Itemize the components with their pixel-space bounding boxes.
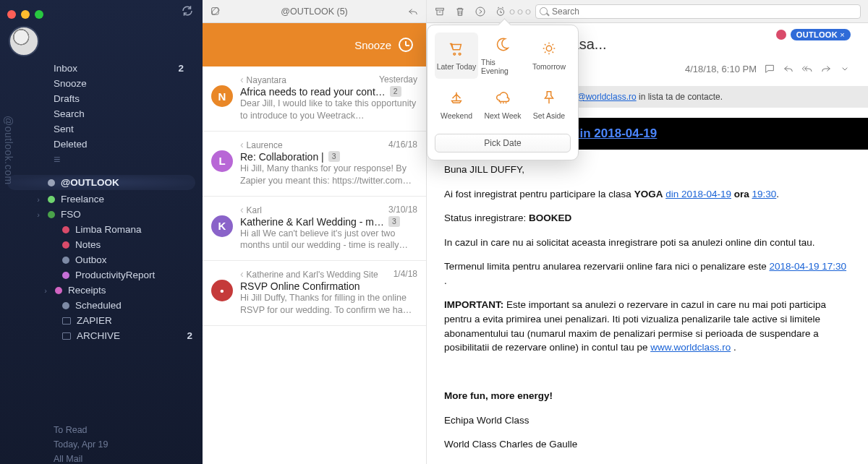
subfolder-archive[interactable]: ARCHIVE2 bbox=[0, 328, 203, 343]
outlook-tag[interactable]: OUTLOOK bbox=[791, 29, 851, 40]
message-date: 1/4/18 bbox=[393, 269, 417, 279]
account-fso[interactable]: ›FSO bbox=[0, 207, 203, 222]
minimize-window-button[interactable] bbox=[21, 10, 30, 19]
message-subject: Katherine & Karl Wedding - m… bbox=[240, 216, 384, 228]
reply-all-icon[interactable] bbox=[801, 63, 813, 74]
pick-date-button[interactable]: Pick Date bbox=[435, 134, 571, 152]
subfolder-limba romana[interactable]: Limba Romana bbox=[0, 222, 203, 237]
folder-search[interactable]: Search bbox=[0, 106, 192, 121]
folder-icon bbox=[62, 332, 71, 340]
message-date: 4/16/18 bbox=[388, 139, 417, 150]
signature-2: Echipa World Class bbox=[444, 413, 851, 428]
sender-name: Nayantara bbox=[240, 74, 379, 85]
archive-icon[interactable] bbox=[434, 6, 446, 17]
subfolder-zapier[interactable]: ZAPIER bbox=[0, 313, 203, 328]
reply-one-icon[interactable] bbox=[783, 63, 794, 74]
zoom-window-button[interactable] bbox=[35, 10, 43, 19]
search-field[interactable] bbox=[535, 4, 861, 19]
footer-to-read[interactable]: To Read bbox=[54, 423, 203, 437]
message-subject: Re: Collaboration | bbox=[240, 151, 324, 163]
account-email-label: @outlook.com bbox=[3, 116, 14, 185]
forward-mail-icon[interactable] bbox=[820, 63, 832, 74]
folder-snooze[interactable]: Snooze bbox=[0, 76, 192, 91]
snooze-option-tomorrow[interactable]: Tomorrow bbox=[527, 33, 571, 79]
account-outlook[interactable]: @OUTLOOK bbox=[7, 175, 195, 190]
more-folders-icon[interactable]: ≡ bbox=[0, 153, 203, 166]
svg-rect-1 bbox=[436, 8, 444, 10]
reader-pane: ○○○ Later TodayThis EveningTomorrowWeeke… bbox=[427, 0, 868, 464]
account-freelance[interactable]: ›Freelance bbox=[0, 192, 203, 207]
sync-icon[interactable] bbox=[181, 4, 194, 20]
banner-date-link[interactable]: din 2018-04-19 bbox=[572, 126, 657, 140]
sun-icon bbox=[540, 40, 558, 58]
message-item[interactable]: N NayantaraYesterday Africa needs to rea… bbox=[203, 66, 426, 132]
snooze-icon[interactable] bbox=[495, 6, 506, 17]
snooze-option-this-evening[interactable]: This Evening bbox=[481, 33, 524, 79]
sidebar-footer: To Read Today, Apr 19 All Mail bbox=[0, 423, 203, 464]
message-list-toolbar: @OUTLOOK (5) bbox=[203, 0, 426, 23]
sender-avatar: L bbox=[211, 150, 233, 172]
important-line: IMPORTANT: Este important sa anulezi o r… bbox=[444, 298, 851, 354]
chevron-down-icon[interactable] bbox=[839, 63, 851, 74]
signature-3: World Class Charles de Gaulle bbox=[444, 437, 851, 452]
svg-point-2 bbox=[476, 7, 485, 16]
list-title: @OUTLOOK (5) bbox=[229, 7, 400, 17]
avatar[interactable] bbox=[9, 26, 39, 56]
cart-icon bbox=[447, 40, 466, 58]
snooze-option-next-week[interactable]: Next Week bbox=[481, 82, 524, 128]
sidebar: @outlook.com Inbox2SnoozeDraftsSearchSen… bbox=[0, 0, 203, 464]
folder-deleted[interactable]: Deleted bbox=[0, 137, 192, 152]
sender-name: Katherine and Karl's Wedding Site bbox=[240, 268, 393, 280]
close-window-button[interactable] bbox=[7, 10, 16, 19]
moon-icon bbox=[493, 36, 512, 53]
footer-today[interactable]: Today, Apr 19 bbox=[54, 437, 203, 452]
snooze-option-weekend[interactable]: Weekend bbox=[435, 82, 478, 128]
forward-icon[interactable] bbox=[475, 6, 486, 17]
snooze-banner: Snooze bbox=[203, 23, 426, 66]
thread-count-badge: 3 bbox=[388, 216, 400, 227]
message-preview: Dear Jill, I would like to take this opp… bbox=[240, 98, 417, 122]
sender-avatar: • bbox=[211, 280, 233, 301]
folder-drafts[interactable]: Drafts bbox=[0, 91, 192, 106]
sender-name: Karl bbox=[240, 204, 388, 215]
greeting-line: Buna JILL DUFFY, bbox=[444, 163, 851, 177]
message-preview: Hi all We can't believe it's just over t… bbox=[240, 228, 417, 252]
subfolder-receipts[interactable]: ›Receipts bbox=[0, 283, 203, 298]
snooze-option-later-today[interactable]: Later Today bbox=[435, 33, 478, 79]
chat-icon[interactable] bbox=[764, 63, 775, 74]
folder-inbox[interactable]: Inbox2 bbox=[0, 61, 192, 76]
message-preview: Hi Jill Duffy, Thanks for filling in the… bbox=[240, 292, 417, 317]
folder-icon bbox=[62, 317, 71, 325]
search-input[interactable] bbox=[535, 4, 861, 19]
message-item[interactable]: K Karl3/10/18 Katherine & Karl Wedding -… bbox=[203, 197, 426, 262]
subfolder-productivityreport[interactable]: ProductivityReport bbox=[0, 267, 203, 283]
more-icon[interactable]: ○○○ bbox=[515, 6, 527, 17]
message-list: @OUTLOOK (5) Snooze N NayantaraYesterday… bbox=[203, 0, 427, 464]
reader-toolbar: ○○○ Later TodayThis EveningTomorrowWeeke… bbox=[427, 0, 868, 23]
subfolder-scheduled[interactable]: Scheduled bbox=[0, 298, 203, 313]
compose-icon[interactable] bbox=[210, 6, 221, 17]
worldclass-link[interactable]: www.worldclass.ro bbox=[650, 342, 731, 353]
tag-dot[interactable] bbox=[776, 30, 786, 40]
snooze-option-set-aside[interactable]: Set Aside bbox=[527, 82, 571, 128]
trash-icon[interactable] bbox=[454, 6, 466, 17]
deadline-link[interactable]: 2018-04-19 17:30 bbox=[769, 261, 846, 272]
reply-icon[interactable] bbox=[407, 6, 419, 17]
cloud-icon bbox=[493, 90, 512, 107]
class-date-link[interactable]: din 2018-04-19 bbox=[665, 189, 731, 199]
thread-count-badge: 3 bbox=[328, 151, 340, 162]
message-item[interactable]: • Katherine and Karl's Wedding Site1/4/1… bbox=[203, 261, 426, 326]
cancel-line: In cazul in care nu ai solicitat aceasta… bbox=[444, 236, 851, 250]
svg-point-4 bbox=[546, 46, 551, 51]
status-line: Status inregistrare: BOOKED bbox=[444, 211, 851, 225]
message-item[interactable]: L Laurence4/16/18 Re: Collaboration |3 H… bbox=[203, 132, 426, 197]
clock-icon bbox=[399, 38, 413, 52]
class-time-link[interactable]: 19:30 bbox=[752, 189, 777, 199]
snooze-popover: Later TodayThis EveningTomorrowWeekendNe… bbox=[427, 25, 579, 160]
subfolder-outbox[interactable]: Outbox bbox=[0, 252, 203, 267]
subfolder-notes[interactable]: Notes bbox=[0, 237, 203, 252]
footer-all-mail[interactable]: All Mail bbox=[54, 452, 203, 464]
message-preview: Hi Jill, Many thanks for your response! … bbox=[240, 163, 417, 187]
folder-sent[interactable]: Sent bbox=[0, 121, 192, 137]
window-controls bbox=[0, 6, 203, 23]
